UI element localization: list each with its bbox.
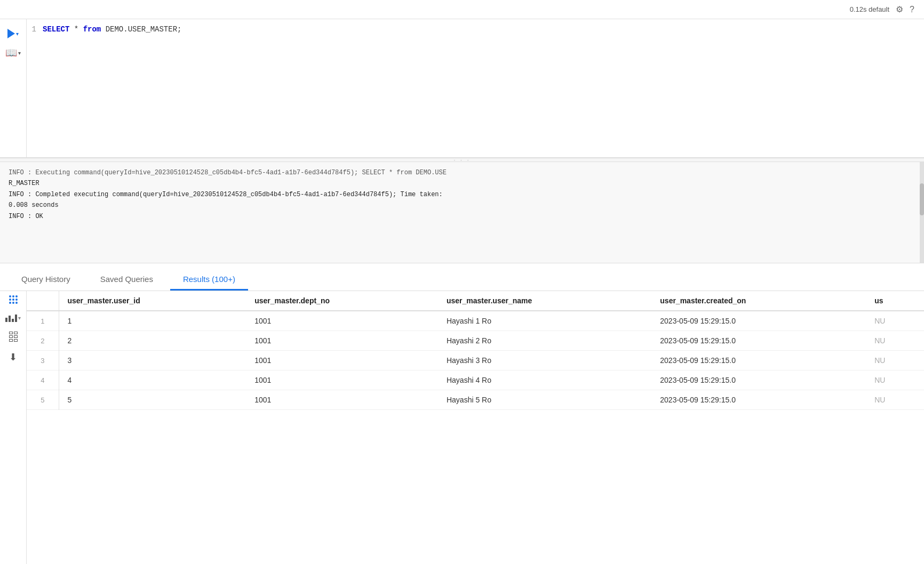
book-button[interactable]: 📖 ▾ bbox=[5, 47, 21, 59]
cell-user-name: Hayashi 4 Ro bbox=[438, 370, 651, 390]
log-line-1: INFO : Executing command(queryId=hive_20… bbox=[9, 167, 915, 178]
log-section: INFO : Executing command(queryId=hive_20… bbox=[0, 162, 924, 263]
results-table: user_master.user_id user_master.dept_no … bbox=[27, 291, 924, 410]
cell-dept-no: 1001 bbox=[246, 390, 438, 410]
table-row: 1 1 1001 Hayashi 1 Ro 2023-05-09 15:29:1… bbox=[27, 311, 924, 331]
cell-created-on: 2023-05-09 15:29:15.0 bbox=[651, 331, 866, 351]
cell-created-on: 2023-05-09 15:29:15.0 bbox=[651, 311, 866, 331]
table-row: 2 2 1001 Hayashi 2 Ro 2023-05-09 15:29:1… bbox=[27, 331, 924, 351]
cell-user-name: Hayashi 3 Ro bbox=[438, 351, 651, 370]
cell-user-id: 2 bbox=[59, 331, 246, 351]
left-icons-bar: ▾ ⬇ bbox=[0, 291, 27, 564]
table-row: 5 5 1001 Hayashi 5 Ro 2023-05-09 15:29:1… bbox=[27, 390, 924, 410]
cell-extra: NU bbox=[866, 370, 924, 390]
table-body: 1 1 1001 Hayashi 1 Ro 2023-05-09 15:29:1… bbox=[27, 311, 924, 410]
cell-rownum: 2 bbox=[27, 331, 59, 351]
col-header-dept-no[interactable]: user_master.dept_no bbox=[246, 291, 438, 311]
cell-user-name: Hayashi 1 Ro bbox=[438, 311, 651, 331]
tabs-bar: Query History Saved Queries Results (100… bbox=[0, 263, 924, 291]
cell-user-id: 3 bbox=[59, 351, 246, 370]
log-line-3: INFO : Completed executing command(query… bbox=[9, 189, 915, 200]
col-header-rownum bbox=[27, 291, 59, 311]
tab-results[interactable]: Results (100+) bbox=[170, 269, 248, 291]
cell-rownum: 1 bbox=[27, 311, 59, 331]
cell-user-name: Hayashi 5 Ro bbox=[438, 390, 651, 410]
results-area: ▾ ⬇ user_master.user_id us bbox=[0, 291, 924, 564]
cell-extra: NU bbox=[866, 311, 924, 331]
col-header-user-name[interactable]: user_master.user_name bbox=[438, 291, 651, 311]
cell-rownum: 4 bbox=[27, 370, 59, 390]
timing-display: 0.12s default bbox=[850, 5, 889, 13]
cell-user-id: 5 bbox=[59, 390, 246, 410]
tab-query-history[interactable]: Query History bbox=[9, 269, 83, 291]
play-icon bbox=[7, 29, 15, 38]
log-scrollbar-thumb bbox=[920, 183, 924, 215]
run-chevron-icon: ▾ bbox=[16, 31, 19, 37]
log-line-5: INFO : OK bbox=[9, 211, 915, 222]
bar-chart-icon bbox=[5, 313, 17, 322]
table-layout-button[interactable] bbox=[9, 332, 18, 342]
log-line-4: 0.008 seconds bbox=[9, 200, 915, 211]
editor-section: ▾ 📖 ▾ 1 SELECT * from DEMO.USER_MASTER; bbox=[0, 19, 924, 158]
bottom-panel: Query History Saved Queries Results (100… bbox=[0, 263, 924, 564]
log-line-2: R_MASTER bbox=[9, 178, 915, 189]
col-header-extra[interactable]: us bbox=[866, 291, 924, 311]
cell-dept-no: 1001 bbox=[246, 351, 438, 370]
grid-icon bbox=[9, 295, 18, 304]
cell-dept-no: 1001 bbox=[246, 370, 438, 390]
cell-dept-no: 1001 bbox=[246, 311, 438, 331]
resizer-handle[interactable]: · · · bbox=[0, 158, 924, 162]
book-icon: 📖 bbox=[5, 47, 17, 59]
code-editor[interactable]: 1 SELECT * from DEMO.USER_MASTER; bbox=[27, 19, 924, 157]
cell-created-on: 2023-05-09 15:29:15.0 bbox=[651, 390, 866, 410]
cell-user-name: Hayashi 2 Ro bbox=[438, 331, 651, 351]
log-scrollbar[interactable] bbox=[920, 162, 924, 263]
cell-extra: NU bbox=[866, 331, 924, 351]
cell-user-id: 4 bbox=[59, 370, 246, 390]
chart-chevron-icon: ▾ bbox=[18, 315, 21, 321]
cell-dept-no: 1001 bbox=[246, 331, 438, 351]
line-numbers: 1 bbox=[27, 19, 43, 157]
editor-left-bar: ▾ 📖 ▾ bbox=[0, 19, 27, 157]
col-header-created-on[interactable]: user_master.created_on bbox=[651, 291, 866, 311]
table-header-row: user_master.user_id user_master.dept_no … bbox=[27, 291, 924, 311]
grid-view-button[interactable] bbox=[9, 295, 18, 304]
book-chevron-icon: ▾ bbox=[18, 50, 21, 56]
help-button[interactable]: ? bbox=[910, 5, 914, 14]
cell-extra: NU bbox=[866, 351, 924, 370]
table-layout-icon bbox=[9, 332, 18, 342]
col-header-user-id[interactable]: user_master.user_id bbox=[59, 291, 246, 311]
run-button[interactable]: ▾ bbox=[7, 29, 19, 38]
cell-rownum: 5 bbox=[27, 390, 59, 410]
table-row: 3 3 1001 Hayashi 3 Ro 2023-05-09 15:29:1… bbox=[27, 351, 924, 370]
cell-rownum: 3 bbox=[27, 351, 59, 370]
cell-created-on: 2023-05-09 15:29:15.0 bbox=[651, 351, 866, 370]
cell-extra: NU bbox=[866, 390, 924, 410]
toolbar-right: 0.12s default ⚙ ? bbox=[850, 4, 914, 14]
cell-user-id: 1 bbox=[59, 311, 246, 331]
code-content[interactable]: SELECT * from DEMO.USER_MASTER; bbox=[43, 19, 924, 157]
cell-created-on: 2023-05-09 15:29:15.0 bbox=[651, 370, 866, 390]
download-icon: ⬇ bbox=[9, 351, 17, 363]
results-table-wrapper[interactable]: user_master.user_id user_master.dept_no … bbox=[27, 291, 924, 564]
table-row: 4 4 1001 Hayashi 4 Ro 2023-05-09 15:29:1… bbox=[27, 370, 924, 390]
tab-saved-queries[interactable]: Saved Queries bbox=[87, 269, 166, 291]
download-button[interactable]: ⬇ bbox=[9, 351, 17, 363]
chart-view-button[interactable]: ▾ bbox=[5, 313, 21, 322]
top-toolbar: 0.12s default ⚙ ? bbox=[0, 0, 924, 19]
settings-button[interactable]: ⚙ bbox=[896, 4, 903, 14]
